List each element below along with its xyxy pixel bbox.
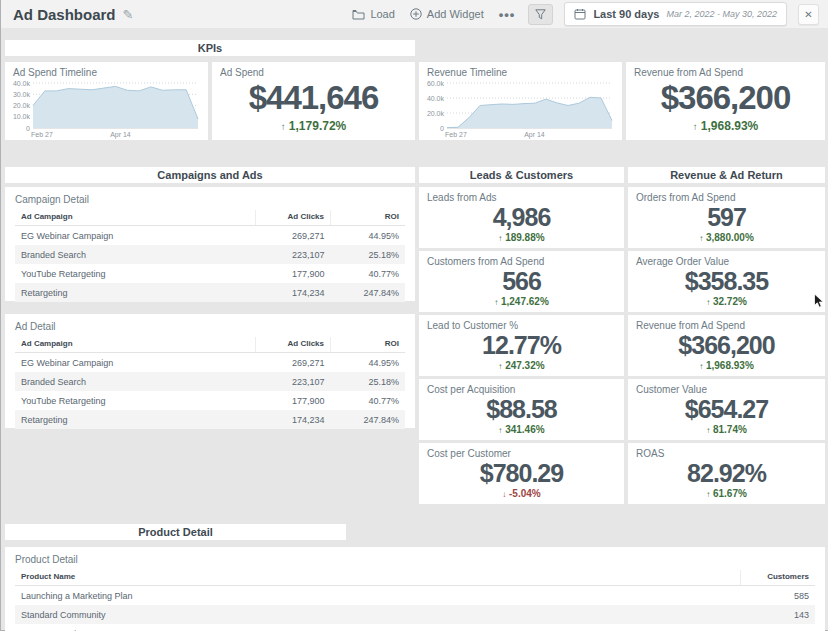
edit-title-pencil-icon[interactable]: ✎ [123,8,134,21]
table-cell: 44.95% [331,226,406,246]
add-widget-button[interactable]: Add Widget [408,6,486,22]
table-cell: EG Webinar Campaign [15,226,256,246]
ad-spend-timeline-card[interactable]: Ad Spend Timeline 010.0k20.0k30.0k40.0kF… [5,62,208,140]
column-header-ad-clicks[interactable]: Ad Clicks [256,337,331,353]
table-cell: 269,271 [256,353,331,373]
metric-tile-lead-to-customer[interactable]: Lead to Customer %12.77%↑ 247.32% [419,315,624,376]
up-arrow-icon: ↑ [706,298,710,307]
metric-tile-orders-from-ad-spend[interactable]: Orders from Ad Spend597↑ 3,880.00% [628,187,825,248]
metric-label: Cost per Customer [427,448,616,459]
revenue-timeline-chart[interactable]: 020.0k40.0k60.0kFeb 27Apr 14 [421,78,618,139]
ellipsis-icon: ••• [499,7,516,22]
load-button[interactable]: Load [350,6,396,22]
close-date-filter-button[interactable]: ✕ [798,4,819,25]
ad-detail-card[interactable]: Ad Detail Ad CampaignAd ClicksROIEG Webi… [5,314,415,428]
metric-tile-customer-value[interactable]: Customer Value$654.27↑ 81.74% [628,379,825,440]
metric-tile-cost-per-customer[interactable]: Cost per Customer$780.29↓ -5.04% [419,443,624,504]
area-chart-svg: 020.0k40.0k60.0kFeb 27Apr 14 [421,78,618,139]
table-cell: 585 [741,586,816,606]
table-row: VIP Community123 [15,624,815,631]
table-row: Retargeting174,234247.84% [15,283,405,302]
table-cell: 40.77% [331,264,406,283]
area-chart-svg: 010.0k20.0k30.0k40.0kFeb 27Apr 14 [7,78,204,139]
ad-detail-table-wrap: Ad CampaignAd ClicksROIEG Webinar Campai… [15,337,405,429]
svg-text:40.0k: 40.0k [427,95,445,102]
metric-tile-average-order-value[interactable]: Average Order Value$358.35↑ 32.72% [628,251,825,312]
table-row: Launching a Marketing Plan585 [15,586,815,606]
column-header-customers[interactable]: Customers [741,570,816,586]
date-range-picker[interactable]: Last 90 days Mar 2, 2022 - May 30, 2022 [564,2,787,26]
metric-tile-revenue-from-ad-spend[interactable]: Revenue from Ad Spend$366,200↑ 1,968.93% [626,62,825,140]
metric-label: Leads from Ads [427,192,616,203]
svg-text:Apr 14: Apr 14 [110,131,131,139]
table-cell: VIP Community [15,624,741,631]
metric-label: Customer Value [636,384,817,395]
svg-text:40.0k: 40.0k [13,80,31,87]
metric-value: 597 [636,204,817,230]
plus-circle-icon [410,8,422,20]
folder-open-icon [352,9,365,20]
chart-title: Ad Spend Timeline [13,67,97,78]
metric-delta: ↓ -5.04% [427,488,616,499]
metric-label: Customers from Ad Spend [427,256,616,267]
svg-text:0: 0 [440,125,444,132]
metric-value: 12.77% [427,332,616,358]
table-cell: YouTube Retargeting [15,264,256,283]
svg-text:Apr 14: Apr 14 [524,131,545,139]
column-header-product-name[interactable]: Product Name [15,570,741,586]
metric-tile-revenue-from-ad-spend[interactable]: Revenue from Ad Spend$366,200↑ 1,968.93% [628,315,825,376]
table-header-row: Ad CampaignAd ClicksROI [15,337,405,353]
metric-value: $88.58 [427,396,616,422]
date-preset-label: Last 90 days [593,8,659,20]
table-row: Standard Community143 [15,605,815,624]
column-header-ad-campaign[interactable]: Ad Campaign [15,337,256,353]
svg-text:Feb 27: Feb 27 [445,131,467,138]
up-arrow-icon: ↑ [498,426,502,435]
column-header-roi[interactable]: ROI [331,210,406,226]
table-cell: 174,234 [256,283,331,302]
down-arrow-icon: ↓ [502,490,506,499]
svg-text:60.0k: 60.0k [427,80,445,87]
metric-tile-customers-from-ad-spend[interactable]: Customers from Ad Spend566↑ 1,247.62% [419,251,624,312]
metric-delta: ↑ 1,179.72% [220,119,407,133]
metric-tile-roas[interactable]: ROAS82.92%↑ 61.67% [628,443,825,504]
leads-customers-tile-column: Leads from Ads4,986↑ 189.88%Customers fr… [419,187,624,504]
filter-button[interactable] [528,4,553,25]
table-cell: Standard Community [15,605,741,624]
table-cell: YouTube Retargeting [15,391,256,410]
column-header-ad-clicks[interactable]: Ad Clicks [256,210,331,226]
metric-value: $366,200 [634,81,817,116]
metric-tile-ad-spend[interactable]: Ad Spend$441,646↑ 1,179.72% [212,62,415,140]
metric-value: $366,200 [636,332,817,358]
up-arrow-icon: ↑ [706,490,710,499]
more-menu-button[interactable]: ••• [497,7,518,22]
metric-delta: ↑ 1,968.93% [634,119,817,133]
table-header-row: Product NameCustomers [15,570,815,586]
metric-tile-leads-from-ads[interactable]: Leads from Ads4,986↑ 189.88% [419,187,624,248]
metric-value: $654.27 [636,396,817,422]
revenue-return-tile-column: Orders from Ad Spend597↑ 3,880.00%Averag… [628,187,825,504]
table-cell: Retargeting [15,410,256,429]
topbar-controls: Load Add Widget ••• [350,2,819,26]
table-row: EG Webinar Campaign269,27144.95% [15,353,405,373]
up-arrow-icon: ↑ [706,426,710,435]
table-cell: Branded Search [15,245,256,264]
metric-delta: ↑ 32.72% [636,296,817,307]
column-header-roi[interactable]: ROI [331,337,406,353]
table-cell: 223,107 [256,245,331,264]
load-label: Load [370,8,394,20]
ad-spend-timeline-chart[interactable]: 010.0k20.0k30.0k40.0kFeb 27Apr 14 [7,78,204,139]
campaign-detail-card[interactable]: Campaign Detail Ad CampaignAd ClicksROIE… [5,187,415,301]
revenue-timeline-card[interactable]: Revenue Timeline 020.0k40.0k60.0kFeb 27A… [419,62,622,140]
metric-tile-cost-per-acquisition[interactable]: Cost per Acquisition$88.58↑ 341.46% [419,379,624,440]
table-cell: 223,107 [256,372,331,391]
table-cell: EG Webinar Campaign [15,353,256,373]
svg-text:30.0k: 30.0k [13,91,31,98]
metric-label: Lead to Customer % [427,320,616,331]
svg-text:0: 0 [26,125,30,132]
metric-label: Average Order Value [636,256,817,267]
up-arrow-icon: ↑ [498,234,502,243]
ad-dashboard-page: Ad Dashboard ✎ Load Add Widget ••• [0,0,828,631]
product-detail-card[interactable]: Product Detail Product NameCustomersLaun… [5,547,825,631]
column-header-ad-campaign[interactable]: Ad Campaign [15,210,256,226]
